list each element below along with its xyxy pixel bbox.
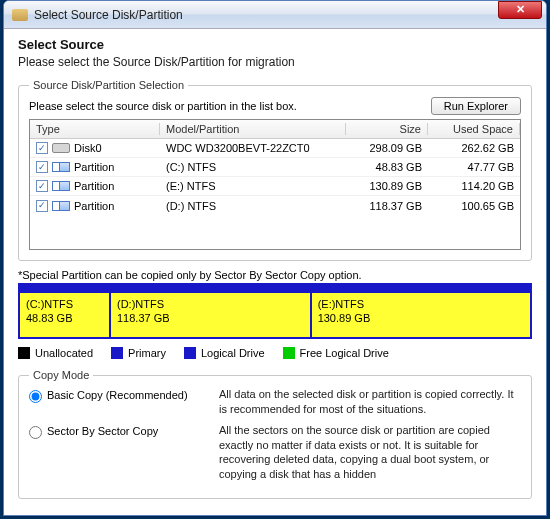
sector-copy-radio[interactable] [29, 426, 42, 439]
row-model: (D:) NTFS [160, 200, 346, 212]
row-model: (C:) NTFS [160, 161, 346, 173]
segment-size: 48.83 GB [26, 311, 103, 325]
row-model: (E:) NTFS [160, 180, 346, 192]
source-instruction: Please select the source disk or partiti… [29, 100, 431, 112]
row-checkbox[interactable]: ✓ [36, 161, 48, 173]
table-row[interactable]: ✓Disk0WDC WD3200BEVT-22ZCT0298.09 GB262.… [30, 139, 520, 158]
basic-copy-option[interactable]: Basic Copy (Recommended) [29, 387, 209, 417]
row-size: 118.37 GB [346, 200, 428, 212]
disk-map-segment[interactable]: (E:)NTFS130.89 GB [312, 293, 530, 337]
row-size: 130.89 GB [346, 180, 428, 192]
window-title: Select Source Disk/Partition [34, 8, 498, 22]
table-row[interactable]: ✓Partition(E:) NTFS130.89 GB114.20 GB [30, 177, 520, 196]
segment-label: (C:)NTFS [26, 297, 103, 311]
swatch-logical [184, 347, 196, 359]
legend-free: Free Logical Drive [300, 347, 389, 359]
row-checkbox[interactable]: ✓ [36, 200, 48, 212]
col-type[interactable]: Type [30, 123, 160, 135]
segment-size: 130.89 GB [318, 311, 524, 325]
swatch-primary [111, 347, 123, 359]
swatch-free [283, 347, 295, 359]
page-heading: Select Source [18, 37, 532, 52]
special-partition-note: *Special Partition can be copied only by… [18, 269, 532, 281]
segment-label: (D:)NTFS [117, 297, 304, 311]
swatch-unallocated [18, 347, 30, 359]
disk-map-segment[interactable]: (C:)NTFS48.83 GB [20, 293, 111, 337]
col-size[interactable]: Size [346, 123, 428, 135]
dialog-window: Select Source Disk/Partition ✕ Select So… [3, 0, 547, 516]
segment-label: (E:)NTFS [318, 297, 524, 311]
row-size: 48.83 GB [346, 161, 428, 173]
row-used: 114.20 GB [428, 180, 520, 192]
partition-icon [52, 181, 70, 191]
legend-row: Unallocated Primary Logical Drive Free L… [18, 347, 532, 359]
copy-mode-legend: Copy Mode [29, 369, 93, 381]
source-legend: Source Disk/Partition Selection [29, 79, 188, 91]
basic-copy-label: Basic Copy (Recommended) [47, 389, 188, 401]
titlebar: Select Source Disk/Partition ✕ [4, 1, 546, 29]
app-icon [12, 9, 28, 21]
row-checkbox[interactable]: ✓ [36, 180, 48, 192]
col-model[interactable]: Model/Partition [160, 123, 346, 135]
run-explorer-button[interactable]: Run Explorer [431, 97, 521, 115]
disk-map: (C:)NTFS48.83 GB(D:)NTFS118.37 GB(E:)NTF… [18, 291, 532, 339]
row-checkbox[interactable]: ✓ [36, 142, 48, 154]
legend-logical: Logical Drive [201, 347, 265, 359]
page-subheading: Please select the Source Disk/Partition … [18, 55, 532, 69]
sector-copy-desc: All the sectors on the source disk or pa… [219, 423, 521, 482]
partition-table: Type Model/Partition Size Used Space ✓Di… [29, 119, 521, 250]
row-type: Disk0 [74, 142, 102, 154]
legend-unallocated: Unallocated [35, 347, 93, 359]
row-type: Partition [74, 161, 114, 173]
disk-map-segment[interactable]: (D:)NTFS118.37 GB [111, 293, 312, 337]
basic-copy-desc: All data on the selected disk or partiti… [219, 387, 521, 417]
table-row[interactable]: ✓Partition(C:) NTFS48.83 GB47.77 GB [30, 158, 520, 177]
sector-copy-label: Sector By Sector Copy [47, 425, 158, 437]
disk-icon [52, 143, 70, 153]
table-row[interactable]: ✓Partition(D:) NTFS118.37 GB100.65 GB [30, 196, 520, 215]
row-used: 100.65 GB [428, 200, 520, 212]
row-size: 298.09 GB [346, 142, 428, 154]
row-type: Partition [74, 200, 114, 212]
row-used: 262.62 GB [428, 142, 520, 154]
row-type: Partition [74, 180, 114, 192]
segment-size: 118.37 GB [117, 311, 304, 325]
col-used[interactable]: Used Space [428, 123, 520, 135]
source-selection-group: Source Disk/Partition Selection Please s… [18, 79, 532, 261]
partition-icon [52, 162, 70, 172]
row-used: 47.77 GB [428, 161, 520, 173]
partition-icon [52, 201, 70, 211]
sector-copy-option[interactable]: Sector By Sector Copy [29, 423, 209, 482]
table-header: Type Model/Partition Size Used Space [30, 120, 520, 139]
basic-copy-radio[interactable] [29, 390, 42, 403]
copy-mode-group: Copy Mode Basic Copy (Recommended) All d… [18, 369, 532, 499]
close-button[interactable]: ✕ [498, 1, 542, 19]
legend-primary: Primary [128, 347, 166, 359]
row-model: WDC WD3200BEVT-22ZCT0 [160, 142, 346, 154]
